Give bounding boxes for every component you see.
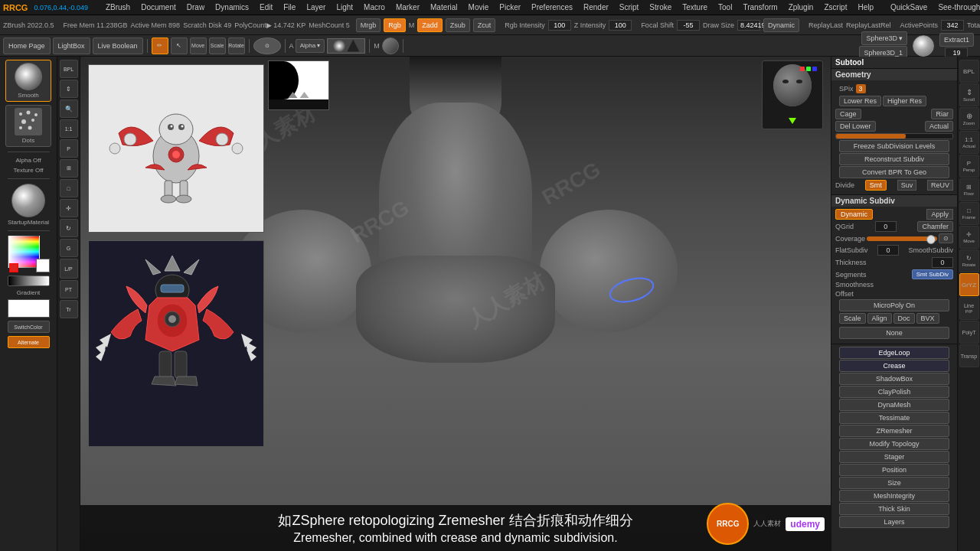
menu-help[interactable]: Help [855,3,876,11]
rgb-btn[interactable]: Rgb [384,18,406,32]
dots-brush[interactable]: Dots [5,105,51,147]
vtool-move[interactable]: ✛ [60,199,78,217]
reference-image-bottom[interactable] [88,240,264,447]
menu-material[interactable]: Material [428,3,460,11]
apply-btn[interactable]: Apply [926,209,953,220]
menu-transform[interactable]: Transform [740,3,779,11]
cage-btn[interactable]: Cage [835,109,861,119]
vtool-rotate[interactable]: ↻ [60,219,78,237]
micropoly-btn[interactable]: MicroPoly On [839,299,949,311]
vtool-gryz[interactable]: G [60,239,78,257]
geometry-title[interactable]: Geometry [831,69,957,80]
coverage-val-btn[interactable]: ⊙ [939,233,953,243]
dynamic-subdiv-btn[interactable]: Dynamic [835,209,873,220]
dynamic-btn[interactable]: Dynamic [763,18,799,32]
menu-picker[interactable]: Picker [497,3,523,11]
vtool-linepip[interactable]: L/P [60,259,78,279]
color-picker[interactable] [8,236,50,272]
menu-tool[interactable]: Tool [716,3,734,11]
menu-script[interactable]: Script [617,3,642,11]
mrgb-btn[interactable]: Mrgb [356,18,381,32]
stager-btn[interactable]: Stager [839,451,949,463]
lower-res-btn[interactable]: Lower Res [839,96,881,106]
coverage-slider[interactable] [867,236,937,241]
alpha-selector[interactable]: Alpha ▾ [296,39,325,53]
menu-zscript[interactable]: Zscript [822,3,849,11]
active-tool-sphere[interactable]: ⊙ [253,37,281,54]
right-persp-btn[interactable]: P Persp [959,155,979,178]
lightbox-tab[interactable]: LightBox [53,37,90,54]
menu-texture[interactable]: Texture [680,3,710,11]
none-btn[interactable]: None [839,327,949,339]
sphere3d-btn[interactable]: Sphere3D ▾ [861,31,907,45]
right-frame-btn[interactable]: □ Frame [959,202,979,225]
focal-shift-value[interactable]: -55 [677,20,700,31]
vtool-scroll[interactable]: ⇕ [60,80,78,98]
zcut-btn[interactable]: Zcut [473,18,496,32]
align-btn[interactable]: Align [867,313,892,324]
rgb-intensity-value[interactable]: 100 [548,20,571,31]
menu-layer[interactable]: Layer [304,3,328,11]
alpha-preview-panel[interactable] [268,60,329,110]
vtool-bpl[interactable]: BPL [60,60,78,78]
quicksave-btn[interactable]: QuickSave [888,3,929,11]
zadd-btn[interactable]: Zadd [417,18,443,32]
draw-mode-sphere[interactable] [382,37,399,54]
rotate-tool-btn[interactable]: Rotate [228,37,245,54]
vtool-actual[interactable]: 1:1 [60,119,78,138]
vtool-floor[interactable]: ⊞ [60,159,78,178]
freeze-subdiv-btn[interactable]: Freeze SubDivision Levels [839,140,949,152]
menu-movie[interactable]: Movie [466,3,492,11]
right-actual-btn[interactable]: 1:1 Actual [959,131,979,154]
tessimate-btn[interactable]: Tessimate [839,412,949,424]
chamfer-btn[interactable]: Chamfer [917,221,953,232]
menu-draw[interactable]: Draw [185,3,207,11]
menu-edit[interactable]: Edit [257,3,275,11]
menu-light[interactable]: Light [334,3,355,11]
smooth-brush[interactable]: Smooth [5,60,51,102]
cursor-tool-btn[interactable]: ↖ [171,37,188,54]
menu-render[interactable]: Render [581,3,611,11]
material-preview[interactable]: StartupMaterial [8,184,49,226]
right-polyt-btn[interactable]: PolyT [959,321,979,344]
bvx-btn[interactable]: BVX [916,313,939,324]
mesh-integrity-btn[interactable]: MeshIntegrity [839,490,949,502]
smt-btn[interactable]: Smt [865,180,887,191]
menu-marker[interactable]: Marker [394,3,422,11]
geometry-slider[interactable] [835,133,953,139]
zremesher-btn[interactable]: ZRemesher [839,425,949,437]
homepage-tab[interactable]: Home Page [3,37,51,54]
right-scroll-btn[interactable]: ⇕ Scroll [959,83,979,106]
reconstruct-subdiv-btn[interactable]: Reconstruct Subdiv [839,153,949,165]
vtool-persp[interactable]: P [60,139,78,158]
menu-preferences[interactable]: Preferences [529,3,575,11]
dynamesh-btn[interactable]: DynaMesh [839,399,949,411]
reuv-btn[interactable]: ReUV [927,180,953,191]
layers-btn[interactable]: Layers [839,516,949,528]
modify-topology-btn[interactable]: Modify Topology [839,438,949,450]
menu-dynamics[interactable]: Dynamics [213,3,251,11]
right-gryz-btn[interactable]: GrYZ [959,273,979,296]
menu-zbrush[interactable]: ZBrush [103,3,132,11]
higher-res-btn[interactable]: Higher Res [883,96,926,106]
actual-btn[interactable]: Actual [925,121,953,132]
switch-color-btn[interactable]: SwitchColor [8,321,50,333]
right-move-btn[interactable]: ✛ Move [959,226,979,249]
smt-subdiv-btn[interactable]: Smt SubDiv [912,269,953,279]
scale-tool-btn[interactable]: Scale [209,37,226,54]
alternate-btn[interactable]: Alternate [8,336,50,348]
vtool-zoom[interactable]: 🔍 [60,99,78,118]
right-linepp-btn[interactable]: Line P/P [959,297,979,320]
doc-btn[interactable]: Doc [893,313,915,324]
flatsubdiv-value[interactable]: 0 [877,245,899,256]
shadowbox-btn[interactable]: ShadowBox [839,373,949,385]
menu-zplugin[interactable]: Zplugin [786,3,816,11]
zsub-btn[interactable]: Zsub [446,18,470,32]
scale-btn[interactable]: Scale [839,313,866,324]
draw-tool-btn[interactable]: ✏ [152,37,168,54]
alpha-preview-small[interactable] [327,38,365,54]
vtool-frame[interactable]: □ [60,179,78,197]
z-intensity-value[interactable]: 100 [609,20,632,31]
subtool-header[interactable]: Subtool [831,57,957,69]
riar-btn[interactable]: Riar [931,109,953,119]
